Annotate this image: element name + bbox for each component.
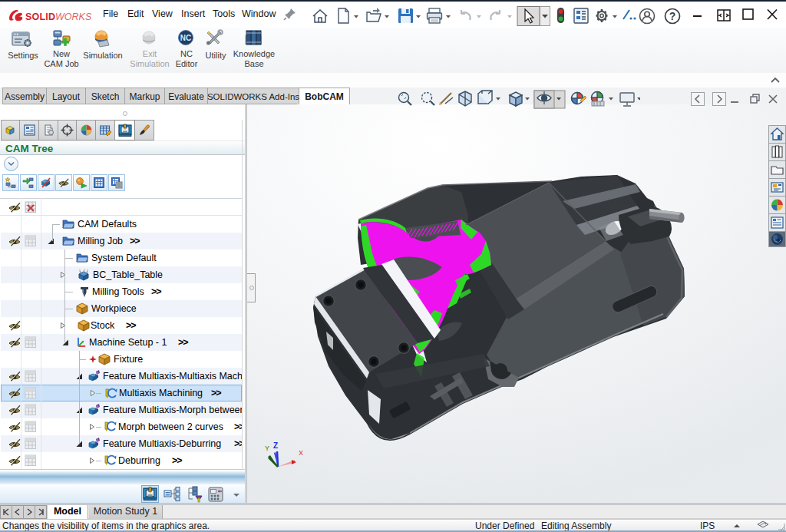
svg-text:WORKS: WORKS bbox=[55, 12, 92, 22]
svg-text:Y: Y bbox=[265, 444, 269, 452]
svg-text:NC: NC bbox=[180, 34, 191, 42]
svg-text:SOLID: SOLID bbox=[25, 12, 55, 22]
svg-text:Z: Z bbox=[273, 441, 278, 450]
svg-text:?: ? bbox=[669, 10, 676, 22]
svg-text:X: X bbox=[299, 449, 303, 457]
